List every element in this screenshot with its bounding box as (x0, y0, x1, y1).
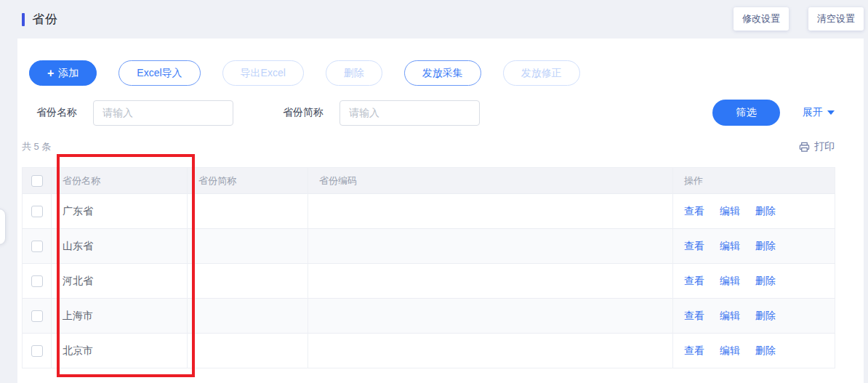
left-drawer-handle[interactable] (0, 209, 6, 245)
expand-link[interactable]: 展开 (803, 106, 835, 119)
row-checkbox[interactable] (31, 310, 43, 322)
excel-import-button[interactable]: Excel导入 (118, 60, 200, 86)
row-checkbox[interactable] (31, 275, 43, 287)
edit-link[interactable]: 编辑 (720, 275, 740, 286)
cell-province-code (308, 194, 673, 229)
edit-link[interactable]: 编辑 (720, 344, 740, 356)
edit-link[interactable]: 编辑 (720, 310, 740, 321)
cell-province-short (188, 194, 308, 229)
table-row: 广东省 查看 编辑 删除 (23, 194, 835, 229)
chevron-down-icon (827, 110, 835, 115)
cell-province-name: 山东省 (52, 229, 188, 264)
header-actions: 修改设置 清空设置 (734, 7, 864, 31)
toolbar: + 添加 Excel导入 导出Excel 删除 发放采集 发放修正 (29, 60, 580, 86)
row-checkbox[interactable] (31, 241, 43, 252)
filter-group-short: 省份简称 (283, 100, 480, 126)
table-row: 山东省 查看 编辑 删除 (23, 229, 835, 264)
delete-batch-button: 删除 (326, 60, 382, 86)
cell-province-name: 北京市 (52, 334, 188, 368)
print-button[interactable]: 打印 (799, 140, 835, 153)
filter-button[interactable]: 筛选 (712, 100, 780, 126)
add-button-label: 添加 (58, 67, 79, 80)
column-header-province-code: 省份编码 (308, 168, 673, 194)
view-link[interactable]: 查看 (684, 205, 704, 217)
view-link[interactable]: 查看 (684, 275, 704, 286)
plus-icon: + (47, 68, 54, 79)
cell-province-code (308, 229, 673, 264)
table-row: 北京市 查看 编辑 删除 (23, 334, 835, 368)
view-link[interactable]: 查看 (684, 344, 704, 356)
cell-province-name: 河北省 (52, 264, 188, 299)
printer-icon (799, 142, 810, 153)
filter-actions: 筛选 展开 (712, 100, 835, 126)
edit-link[interactable]: 编辑 (720, 240, 740, 251)
title-marker (22, 13, 25, 26)
delete-link[interactable]: 删除 (755, 310, 776, 321)
province-name-input[interactable] (93, 100, 233, 126)
delete-link[interactable]: 删除 (755, 344, 776, 356)
page-title: 省份 (32, 11, 58, 28)
province-short-label: 省份简称 (283, 106, 324, 119)
distribute-correct-button: 发放修正 (503, 60, 580, 86)
delete-link[interactable]: 删除 (755, 275, 776, 286)
page-title-block: 省份 (22, 11, 58, 28)
table-wrap: 省份名称 省份简称 省份编码 操作 广东省 查看 编辑 删除 (22, 167, 835, 368)
cell-province-name: 上海市 (52, 299, 188, 334)
cell-province-short (188, 299, 308, 334)
meta-row: 共 5 条 打印 (22, 140, 835, 153)
view-link[interactable]: 查看 (684, 240, 704, 251)
row-checkbox[interactable] (31, 345, 43, 357)
cell-province-code (308, 264, 673, 299)
column-header-operations: 操作 (673, 168, 835, 194)
table-row: 河北省 查看 编辑 删除 (23, 264, 835, 299)
add-button[interactable]: + 添加 (29, 60, 97, 86)
table-header-row: 省份名称 省份简称 省份编码 操作 (23, 168, 835, 194)
view-link[interactable]: 查看 (684, 310, 704, 321)
cell-province-code (308, 299, 673, 334)
modify-settings-button[interactable]: 修改设置 (734, 7, 789, 31)
cell-province-code (308, 334, 673, 368)
clear-settings-button[interactable]: 清空设置 (808, 7, 864, 31)
print-label: 打印 (814, 140, 835, 153)
cell-province-short (188, 264, 308, 299)
table-row: 上海市 查看 编辑 删除 (23, 299, 835, 334)
province-table: 省份名称 省份简称 省份编码 操作 广东省 查看 编辑 删除 (22, 167, 835, 368)
excel-export-button: 导出Excel (222, 60, 304, 86)
edit-link[interactable]: 编辑 (720, 205, 740, 217)
select-all-checkbox[interactable] (31, 175, 43, 187)
top-header: 省份 修改设置 清空设置 (0, 0, 868, 39)
cell-province-name: 广东省 (52, 194, 188, 229)
cell-province-short (188, 334, 308, 368)
filter-row: 省份名称 省份简称 筛选 展开 (36, 100, 835, 126)
row-checkbox[interactable] (31, 206, 43, 217)
total-count: 共 5 条 (22, 140, 51, 153)
content-card: + 添加 Excel导入 导出Excel 删除 发放采集 发放修正 省份名称 省… (17, 39, 864, 383)
column-header-province-short: 省份简称 (188, 168, 308, 194)
delete-link[interactable]: 删除 (755, 240, 776, 251)
distribute-collect-button[interactable]: 发放采集 (404, 60, 481, 86)
cell-province-short (188, 229, 308, 264)
delete-link[interactable]: 删除 (755, 205, 776, 217)
column-header-province-name: 省份名称 (52, 168, 188, 194)
expand-link-label: 展开 (803, 106, 823, 119)
province-name-label: 省份名称 (36, 106, 77, 119)
province-short-input[interactable] (339, 100, 480, 126)
